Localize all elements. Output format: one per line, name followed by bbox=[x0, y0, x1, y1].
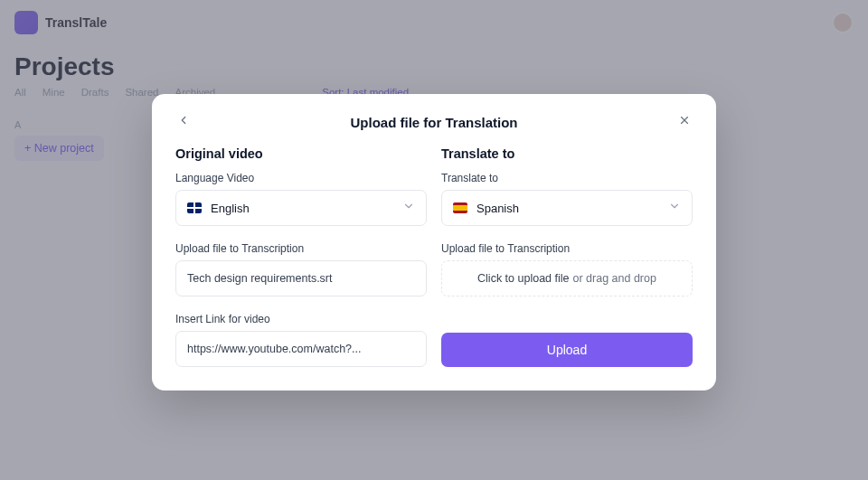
video-link-label: Insert Link for video bbox=[175, 313, 427, 325]
chevron-down-icon bbox=[668, 200, 681, 216]
translate-to-section: Translate to Translate to Spanish Upload… bbox=[441, 146, 693, 367]
dropzone-rest: or drag and drop bbox=[573, 272, 656, 285]
video-link-value: https://www.youtube.com/watch?... bbox=[187, 343, 361, 355]
original-video-heading: Original video bbox=[175, 146, 427, 161]
transcription-dropzone[interactable]: Click to upload file or drag and drop bbox=[441, 260, 693, 296]
chevron-down-icon bbox=[402, 200, 415, 216]
transcription-file-value: Tech design requirements.srt bbox=[187, 272, 333, 285]
close-icon bbox=[678, 114, 691, 130]
target-language-value: Spanish bbox=[476, 202, 659, 215]
source-language-select[interactable]: English bbox=[175, 190, 427, 226]
modal-title: Upload file for Translation bbox=[192, 115, 676, 130]
original-video-section: Original video Language Video English Up… bbox=[175, 146, 427, 367]
upload-transcription-label-left: Upload file to Transcription bbox=[175, 242, 427, 255]
upload-translation-modal: Upload file for Translation Original vid… bbox=[152, 94, 716, 391]
source-language-value: English bbox=[211, 202, 393, 215]
spain-flag-icon bbox=[453, 202, 467, 213]
dropzone-lead: Click to upload file bbox=[477, 272, 569, 285]
language-video-label: Language Video bbox=[175, 172, 427, 184]
back-button[interactable] bbox=[175, 114, 192, 130]
translate-to-heading: Translate to bbox=[441, 146, 693, 161]
upload-button[interactable]: Upload bbox=[441, 333, 693, 367]
translate-to-label: Translate to bbox=[441, 172, 693, 184]
video-link-input[interactable]: https://www.youtube.com/watch?... bbox=[175, 331, 427, 367]
close-button[interactable] bbox=[676, 114, 693, 130]
uk-flag-icon bbox=[187, 202, 202, 213]
transcription-file-input[interactable]: Tech design requirements.srt bbox=[175, 260, 427, 296]
modal-overlay: Upload file for Translation Original vid… bbox=[0, 0, 868, 480]
target-language-select[interactable]: Spanish bbox=[441, 190, 693, 226]
upload-transcription-label-right: Upload file to Transcription bbox=[441, 242, 693, 255]
chevron-left-icon bbox=[177, 114, 190, 130]
